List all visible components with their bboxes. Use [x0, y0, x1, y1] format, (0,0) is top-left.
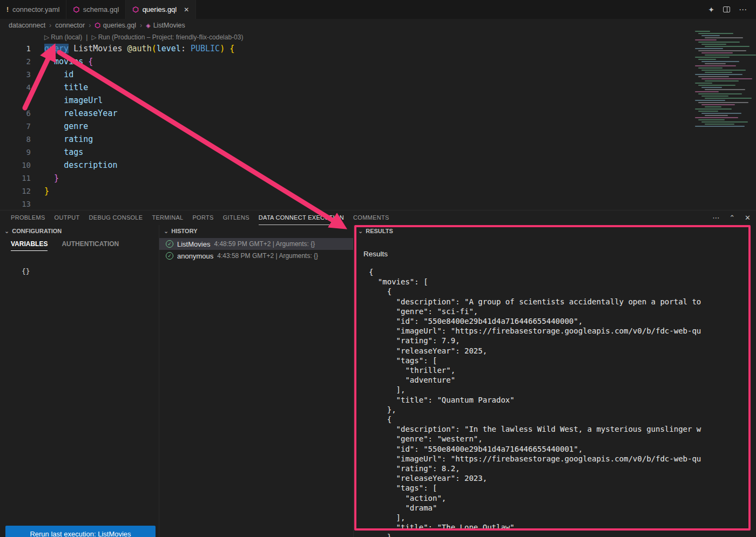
minimap-line: [695, 31, 710, 32]
graphql-icon: ⬡: [132, 6, 138, 13]
tab-queries.gql[interactable]: ⬡queries.gql✕: [126, 0, 196, 19]
minimap-line: [698, 76, 729, 77]
code-line-text: tags: [31, 146, 83, 159]
code-line-text: imageUrl: [31, 94, 103, 107]
panel-tab-output[interactable]: OUTPUT: [55, 210, 80, 225]
code-token: [44, 83, 64, 92]
code-token: [44, 70, 64, 79]
line-number: 13: [0, 198, 31, 210]
code-lines[interactable]: 1query ListMovies @auth(level: PUBLIC) {…: [0, 42, 756, 210]
code-token: (: [152, 44, 157, 53]
breadcrumb-separator: ›: [89, 22, 91, 29]
codelens-run-actions: ▷Run (local) | ▷Run (Production – Projec…: [44, 32, 756, 42]
code-token: [44, 173, 54, 183]
code-line-text: }: [31, 185, 49, 198]
code-line-text: movies {: [31, 55, 93, 68]
close-icon[interactable]: ✕: [184, 6, 189, 13]
code-token: description: [64, 160, 117, 170]
results-header[interactable]: ⌄ RESULTS: [354, 225, 756, 237]
history-item-anonymous[interactable]: ✓anonymous4:43:58 PM GMT+2 | Arguments: …: [159, 250, 353, 262]
run-local-label: Run (local): [51, 33, 82, 41]
minimap-line: [701, 52, 733, 53]
code-line-9: 9 tags: [0, 146, 756, 159]
run-production-link[interactable]: ▷Run (Production – Project: friendly-fli…: [91, 33, 243, 41]
breadcrumb-separator: ›: [140, 22, 142, 29]
minimap-line: [701, 104, 735, 105]
code-line-6: 6 releaseYear: [0, 107, 756, 120]
code-line-text: }: [31, 172, 59, 185]
results-json[interactable]: { "movies": [ { "description": "A group …: [369, 267, 756, 537]
code-token: rating: [64, 134, 93, 144]
rerun-last-execution-button[interactable]: Rerun last execution: ListMovies: [5, 526, 156, 537]
split-editor-icon[interactable]: [723, 6, 730, 12]
code-token: releaseYear: [64, 108, 117, 118]
panel-tab-ports[interactable]: PORTS: [192, 210, 213, 225]
panel-tab-comments[interactable]: COMMENTS: [353, 210, 389, 225]
panel-tab-debug-console[interactable]: DEBUG CONSOLE: [89, 210, 143, 225]
panel-tab-problems[interactable]: PROBLEMS: [11, 210, 45, 225]
breadcrumb-item-dataconnect[interactable]: dataconnect: [9, 22, 45, 29]
minimap-line: [698, 67, 723, 69]
code-token: [83, 57, 88, 66]
panel-tab-terminal[interactable]: TERMINAL: [152, 210, 183, 225]
panel-tab-data-connect-execution[interactable]: DATA CONNECT EXECUTION: [259, 210, 344, 225]
tab-connector.yaml[interactable]: !connector.yaml: [0, 0, 66, 19]
breadcrumb-item-connector[interactable]: connector: [55, 22, 85, 29]
code-token: @auth: [127, 44, 152, 53]
play-icon: ▷: [44, 33, 49, 41]
breadcrumb-item-label: dataconnect: [9, 22, 45, 29]
code-token: {: [88, 57, 93, 66]
configuration-header[interactable]: ⌄ CONFIGURATION: [0, 225, 159, 237]
code-token: imageUrl: [64, 96, 103, 105]
minimap-line: [695, 65, 736, 66]
breadcrumb-item-label: queries.gql: [103, 22, 136, 29]
panel-close-icon[interactable]: ✕: [745, 214, 751, 222]
code-token: id: [64, 70, 73, 79]
history-item-name: anonymous: [177, 252, 213, 260]
tab-authentication[interactable]: AUTHENTICATION: [62, 240, 119, 251]
breadcrumb-item-queries.gql[interactable]: ⬡queries.gql: [94, 22, 136, 29]
success-check-icon: ✓: [166, 252, 173, 260]
line-number: 12: [0, 185, 31, 198]
minimap-line: [705, 72, 732, 73]
code-token: ListMovies: [73, 44, 122, 53]
minimap-line: [705, 46, 750, 47]
history-item-ListMovies[interactable]: ✓ListMovies4:48:59 PM GMT+2 | Arguments:…: [159, 238, 353, 250]
code-editor: ▷Run (local) | ▷Run (Production – Projec…: [0, 32, 756, 210]
line-number: 11: [0, 172, 31, 185]
run-local-link[interactable]: ▷Run (local): [44, 33, 82, 41]
vscode-window: !connector.yaml⬡schema.gql⬡queries.gql✕ …: [0, 0, 756, 537]
panel-tab-gitlens[interactable]: GITLENS: [223, 210, 249, 225]
history-header[interactable]: ⌄ HISTORY: [159, 225, 353, 237]
code-line-4: 4 title: [0, 81, 756, 94]
panel-maximize-icon[interactable]: ⌃: [729, 214, 735, 222]
code-line-1: 1query ListMovies @auth(level: PUBLIC) {: [0, 42, 756, 55]
minimap-line: [701, 61, 739, 62]
minimap[interactable]: [693, 31, 756, 130]
minimap-line: [705, 89, 745, 90]
minimap-line: [705, 63, 726, 64]
panel-more-icon[interactable]: ⋯: [712, 214, 719, 222]
minimap-line: [705, 115, 728, 116]
results-header-label: RESULTS: [366, 228, 393, 234]
code-token: PUBLIC: [191, 44, 220, 53]
code-token: [44, 57, 54, 66]
tab-variables[interactable]: VARIABLES: [11, 240, 48, 251]
code-line-10: 10 description: [0, 159, 756, 172]
code-token: title: [64, 83, 88, 92]
code-token: [44, 147, 64, 157]
code-line-8: 8 rating: [0, 133, 756, 146]
more-actions-icon[interactable]: ⋯: [739, 5, 747, 15]
editor-actions: ✦ ⋯: [708, 0, 756, 19]
codelens-separator: |: [86, 33, 87, 41]
breadcrumb-item-ListMovies[interactable]: ◈ListMovies: [146, 22, 185, 29]
sparkle-icon[interactable]: ✦: [708, 5, 714, 14]
code-token: genre: [64, 121, 88, 131]
line-number: 3: [0, 68, 31, 81]
code-token: [123, 44, 127, 53]
variables-value[interactable]: {}: [22, 267, 159, 275]
configuration-tabs: VARIABLES AUTHENTICATION: [0, 240, 159, 251]
code-token: [44, 121, 64, 131]
tab-label: connector.yaml: [12, 5, 59, 13]
tab-schema.gql[interactable]: ⬡schema.gql: [66, 0, 126, 19]
